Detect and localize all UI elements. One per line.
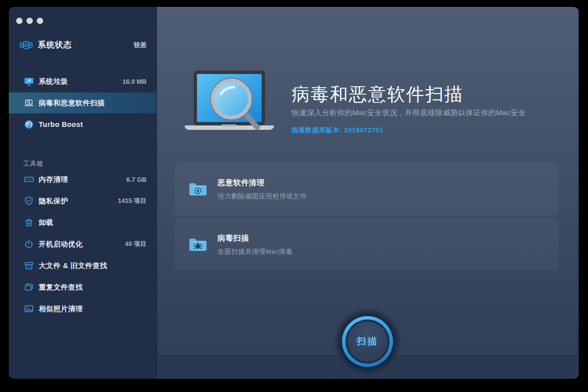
- sidebar-item-label: 大文件 & 旧文件查找: [39, 261, 107, 270]
- devices-icon: [20, 39, 33, 52]
- sidebar-item-value: 1415 项目: [118, 196, 147, 205]
- virus-db-version-link[interactable]: 病毒数据库版本: 2018072701: [292, 126, 566, 135]
- scan-button[interactable]: 扫描: [342, 316, 393, 367]
- sidebar-item-label: 系统垃圾: [39, 77, 68, 86]
- sidebar-item-startup-optimize[interactable]: 开机启动优化40 项目: [9, 233, 156, 255]
- shield-check-icon: [24, 196, 34, 206]
- sidebar-item-label: 开机启动优化: [39, 240, 83, 249]
- sidebar-nav: 系统垃圾16.0 MB病毒和恶意软件扫描Turbo Boost: [9, 71, 156, 135]
- system-status-title: 系统状态: [38, 40, 72, 50]
- duplicate-folders-icon: [24, 282, 34, 293]
- scan-button-label: 扫描: [357, 335, 378, 348]
- sidebar-item-label: 内存清理: [39, 175, 68, 184]
- window-control-dot[interactable]: [26, 18, 33, 24]
- sidebar-item-label: 重复文件查找: [39, 283, 83, 292]
- scan-button-face: 扫描: [347, 321, 388, 362]
- window-control-dot[interactable]: [37, 18, 43, 24]
- sidebar-item-system-junk[interactable]: 系统垃圾16.0 MB: [9, 71, 156, 92]
- sidebar-item-privacy-protect[interactable]: 隐私保护1415 项目: [9, 190, 156, 212]
- sidebar-item-value: 16.0 MB: [122, 78, 147, 85]
- app-window: 系统状态 较差 系统垃圾16.0 MB病毒和恶意软件扫描Turbo Boost …: [9, 7, 579, 379]
- sidebar-item-label: 卸载: [39, 218, 53, 227]
- speedometer-icon: [24, 119, 34, 130]
- sidebar-item-uninstall[interactable]: 卸载: [9, 212, 156, 233]
- laptop-search-hero-icon: [184, 70, 282, 138]
- card-subtitle: 强力删除顽固应用程序或文件: [218, 192, 307, 201]
- sidebar-item-memory-clean[interactable]: 内存清理6.7 GB: [9, 169, 156, 190]
- sidebar-item-label: Turbo Boost: [39, 121, 83, 128]
- sidebar: 系统状态 较差 系统垃圾16.0 MB病毒和恶意软件扫描Turbo Boost …: [9, 7, 157, 379]
- system-status-badge: 较差: [134, 41, 147, 49]
- action-cards: 恶意软件清理 强力删除顽固应用程序或文件: [174, 163, 559, 271]
- page-title: 病毒和恶意软件扫描: [292, 83, 566, 106]
- sidebar-item-label: 相似照片清理: [39, 304, 83, 314]
- sidebar-item-turbo-boost[interactable]: Turbo Boost: [9, 114, 156, 135]
- folder-bug-icon: [188, 237, 208, 252]
- power-icon: [24, 239, 34, 249]
- sidebar-item-value: 6.7 GB: [126, 176, 147, 183]
- sidebar-item-similar-photos[interactable]: 相似照片清理: [9, 298, 156, 319]
- trash-icon: [24, 217, 34, 228]
- scan-button-gap-ring: 扫描: [345, 319, 390, 364]
- monitor-arrow-icon: [24, 76, 34, 87]
- sidebar-item-system-status[interactable]: 系统状态 较差: [20, 38, 147, 52]
- sidebar-item-label: 病毒和恶意软件扫描: [39, 98, 105, 108]
- window-controls: [16, 18, 43, 24]
- photo-icon: [24, 303, 34, 314]
- sidebar-item-value: 40 项目: [125, 240, 147, 248]
- sidebar-item-virus-malware-scan[interactable]: 病毒和恶意软件扫描: [9, 92, 156, 114]
- card-malware-clean[interactable]: 恶意软件清理 强力删除顽固应用程序或文件: [174, 163, 559, 216]
- laptop-magnifier-icon: [24, 98, 34, 108]
- folder-gear-icon: [188, 181, 208, 197]
- sidebar-item-label: 隐私保护: [39, 196, 68, 206]
- card-title: 病毒扫描: [218, 233, 293, 244]
- page-subtitle: 快速深入分析你的Mac安全状况，并彻底移除威胁以保证你的Mac安全: [292, 108, 566, 118]
- card-title: 恶意软件清理: [218, 178, 307, 188]
- window-control-dot[interactable]: [16, 18, 23, 24]
- card-virus-scan[interactable]: 病毒扫描 全面扫描并清理Mac病毒: [174, 218, 559, 271]
- sidebar-toolbox-nav: 内存清理6.7 GB隐私保护1415 项目卸载开机启动优化40 项目大文件 & …: [9, 169, 156, 319]
- main-panel: 病毒和恶意软件扫描 快速深入分析你的Mac安全状况，并彻底移除威胁以保证你的Ma…: [157, 7, 579, 379]
- archive-box-icon: [24, 260, 34, 271]
- sidebar-item-large-old-files[interactable]: 大文件 & 旧文件查找: [9, 255, 156, 276]
- card-subtitle: 全面扫描并清理Mac病毒: [218, 247, 293, 256]
- sidebar-item-duplicate-files[interactable]: 重复文件查找: [9, 276, 156, 298]
- toolbox-section-label: 工具箱: [24, 160, 44, 168]
- ram-icon: [24, 174, 34, 185]
